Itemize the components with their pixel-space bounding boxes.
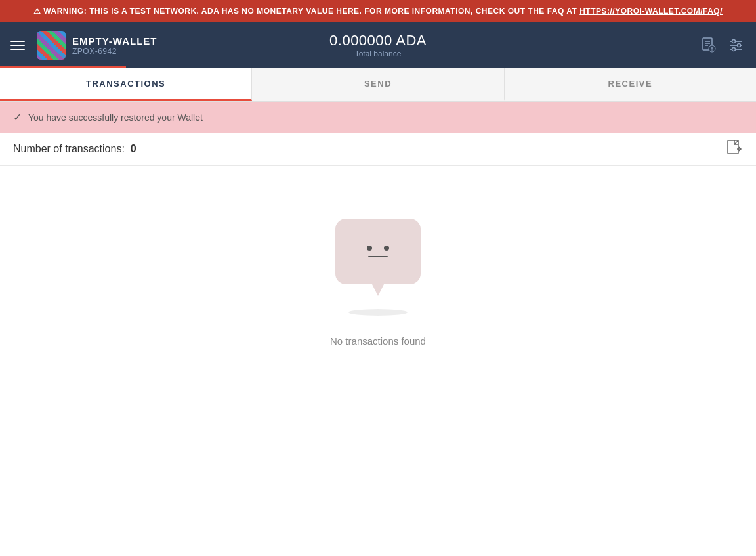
empty-shadow (348, 309, 408, 316)
right-eye (384, 246, 389, 251)
header-left: EMPTY-WALLET ZPOX-6942 (10, 31, 158, 60)
empty-label: No transactions found (330, 335, 426, 347)
wallet-id: ZPOX-6942 (72, 47, 158, 56)
hamburger-menu-icon[interactable] (10, 41, 25, 50)
svg-point-6 (711, 49, 713, 51)
success-message: You have successfully restored your Wall… (28, 112, 203, 123)
tab-send[interactable]: SEND (252, 68, 504, 101)
svg-point-11 (738, 44, 741, 47)
face-mouth (368, 256, 388, 257)
navigation-tabs: TRANSACTIONS SEND RECEIVE (0, 68, 756, 102)
tx-count-number: 0 (131, 143, 136, 154)
wallet-name: EMPTY-WALLET (72, 35, 158, 47)
face-eyes (367, 246, 389, 251)
tx-count-label: Number of transactions: 0 (13, 143, 136, 155)
svg-point-12 (732, 48, 736, 51)
settings-icon[interactable] (727, 36, 746, 54)
transactions-header: Number of transactions: 0 (0, 133, 756, 166)
warning-icon: ⚠ (33, 7, 43, 16)
tab-receive[interactable]: RECEIVE (505, 68, 756, 101)
balance-amount: 0.000000 ADA (329, 32, 427, 49)
success-banner: ✓ You have successfully restored your Wa… (0, 102, 756, 133)
sad-face (367, 246, 389, 257)
warning-link[interactable]: HTTPS://YOROI-WALLET.COM/FAQ/ (579, 7, 723, 16)
empty-state: No transactions found (0, 166, 756, 373)
app-header: EMPTY-WALLET ZPOX-6942 0.000000 ADA Tota… (0, 22, 756, 68)
header-balance: 0.000000 ADA Total balance (329, 32, 427, 58)
balance-label: Total balance (329, 49, 427, 58)
header-actions (700, 36, 746, 54)
checkmark-icon: ✓ (13, 111, 22, 123)
notifications-icon[interactable] (700, 36, 718, 54)
svg-line-14 (734, 140, 738, 144)
warning-banner: ⚠ WARNING: THIS IS A TEST NETWORK. ADA H… (0, 0, 756, 22)
wallet-avatar (37, 31, 66, 60)
svg-point-10 (732, 40, 736, 43)
export-icon[interactable] (726, 139, 743, 160)
wallet-info: EMPTY-WALLET ZPOX-6942 (72, 35, 158, 56)
warning-text: WARNING: THIS IS A TEST NETWORK. ADA HAS… (43, 7, 579, 16)
wallet-avatar-pattern (37, 31, 66, 60)
left-eye (367, 246, 372, 251)
empty-illustration (335, 219, 421, 284)
tab-transactions[interactable]: TRANSACTIONS (0, 68, 252, 101)
